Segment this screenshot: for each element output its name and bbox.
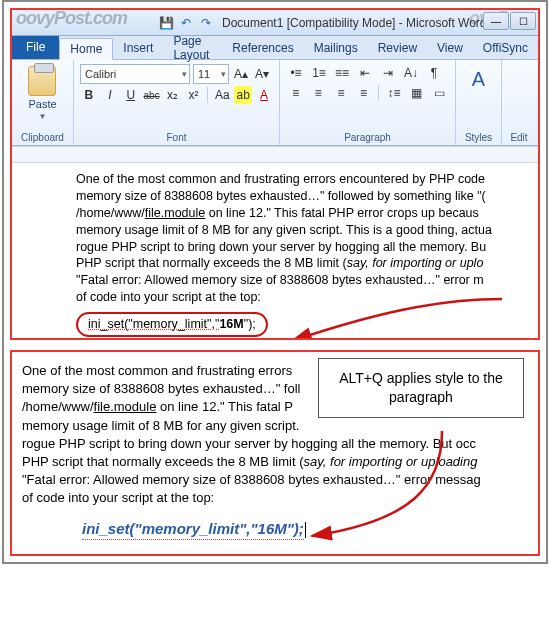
italic-button[interactable]: I <box>101 86 119 104</box>
align-right-button[interactable]: ≡ <box>331 84 351 102</box>
tab-review[interactable]: Review <box>368 37 427 59</box>
group-styles: A Styles <box>456 60 502 145</box>
quick-access-toolbar: 💾 ↶ ↷ <box>158 15 214 31</box>
change-case-button[interactable]: Aa <box>213 86 231 104</box>
ribbon: Paste ▼ Clipboard Calibri 11 A▴ A▾ B <box>12 60 538 146</box>
group-label-font: Font <box>80 130 273 143</box>
save-icon[interactable]: 💾 <box>158 15 174 31</box>
highlight-button[interactable]: ab <box>234 86 252 104</box>
bullets-button[interactable]: •≡ <box>286 64 306 82</box>
tab-view[interactable]: View <box>427 37 473 59</box>
document-page[interactable]: One of the most common and frustrating e… <box>12 163 538 338</box>
group-paragraph: •≡ 1≡ ≡≡ ⇤ ⇥ A↓ ¶ ≡ ≡ ≡ ≡ ↕≡ <box>280 60 456 145</box>
window-title: Document1 [Compatibility Mode] - Microso… <box>222 16 487 30</box>
group-label-editing: Edit <box>508 130 530 143</box>
paste-button[interactable]: Paste ▼ <box>22 64 62 123</box>
text-cursor <box>305 522 306 538</box>
styles-icon[interactable]: A <box>472 68 485 91</box>
shading-button[interactable]: ▦ <box>407 84 427 102</box>
code-line-after[interactable]: ini_set("memory_limit","16M"); <box>82 518 304 540</box>
superscript-button[interactable]: x² <box>184 86 202 104</box>
tab-home[interactable]: Home <box>59 38 113 60</box>
separator <box>207 87 208 103</box>
maximize-button[interactable]: ☐ <box>510 12 536 30</box>
line-spacing-button[interactable]: ↕≡ <box>384 84 404 102</box>
font-color-button[interactable]: A <box>255 86 273 104</box>
multilevel-list-button[interactable]: ≡≡ <box>332 64 352 82</box>
separator <box>378 85 379 101</box>
decrease-indent-button[interactable]: ⇤ <box>355 64 375 82</box>
numbering-button[interactable]: 1≡ <box>309 64 329 82</box>
bold-button[interactable]: B <box>80 86 98 104</box>
group-label-paragraph: Paragraph <box>286 130 449 143</box>
font-family-combo[interactable]: Calibri <box>80 64 190 84</box>
body-text[interactable]: One of the most common and frustrating e… <box>76 171 528 306</box>
ribbon-tabs: File Home Insert Page Layout References … <box>12 36 538 60</box>
chevron-down-icon[interactable]: ▼ <box>39 112 47 121</box>
shrink-font-button[interactable]: A▾ <box>253 65 271 83</box>
sort-button[interactable]: A↓ <box>401 64 421 82</box>
group-label-clipboard: Clipboard <box>18 130 67 143</box>
group-clipboard: Paste ▼ Clipboard <box>12 60 74 145</box>
tab-references[interactable]: References <box>222 37 303 59</box>
borders-button[interactable]: ▭ <box>429 84 449 102</box>
paste-label: Paste <box>28 98 56 110</box>
redo-icon[interactable]: ↷ <box>198 15 214 31</box>
undo-icon[interactable]: ↶ <box>178 15 194 31</box>
tab-insert[interactable]: Insert <box>113 37 163 59</box>
tutorial-figure: oovyPost.com ovyP 💾 ↶ ↷ Document1 [Compa… <box>2 0 548 564</box>
align-left-button[interactable]: ≡ <box>286 84 306 102</box>
font-size-combo[interactable]: 11 <box>193 64 229 84</box>
result-screenshot: ALT+Q applies style to the paragraph One… <box>10 350 540 556</box>
group-editing: Edit <box>502 60 536 145</box>
annotation-callout: ALT+Q applies style to the paragraph <box>318 358 524 418</box>
clipboard-icon <box>28 66 56 96</box>
horizontal-ruler[interactable] <box>12 147 538 163</box>
title-bar: oovyPost.com ovyP 💾 ↶ ↷ Document1 [Compa… <box>12 10 538 36</box>
increase-indent-button[interactable]: ⇥ <box>378 64 398 82</box>
group-label-styles: Styles <box>462 130 495 143</box>
tab-page-layout[interactable]: Page Layout <box>163 37 222 59</box>
justify-button[interactable]: ≡ <box>354 84 374 102</box>
window-controls: — ☐ <box>483 12 536 30</box>
strikethrough-button[interactable]: abc <box>143 86 161 104</box>
code-line-before[interactable]: ini_set("memory_limit","16M"); <box>76 312 268 337</box>
site-watermark: oovyPost.com <box>16 8 127 29</box>
align-center-button[interactable]: ≡ <box>309 84 329 102</box>
grow-font-button[interactable]: A▴ <box>232 65 250 83</box>
tab-offisync[interactable]: OffiSync <box>473 37 538 59</box>
tab-mailings[interactable]: Mailings <box>304 37 368 59</box>
word-window-screenshot: oovyPost.com ovyP 💾 ↶ ↷ Document1 [Compa… <box>10 8 540 340</box>
subscript-button[interactable]: x₂ <box>164 86 182 104</box>
show-marks-button[interactable]: ¶ <box>424 64 444 82</box>
group-font: Calibri 11 A▴ A▾ B I U abc x₂ x² Aa <box>74 60 280 145</box>
underline-button[interactable]: U <box>122 86 140 104</box>
minimize-button[interactable]: — <box>483 12 509 30</box>
tab-file[interactable]: File <box>12 35 59 59</box>
document-area[interactable]: One of the most common and frustrating e… <box>12 146 538 338</box>
